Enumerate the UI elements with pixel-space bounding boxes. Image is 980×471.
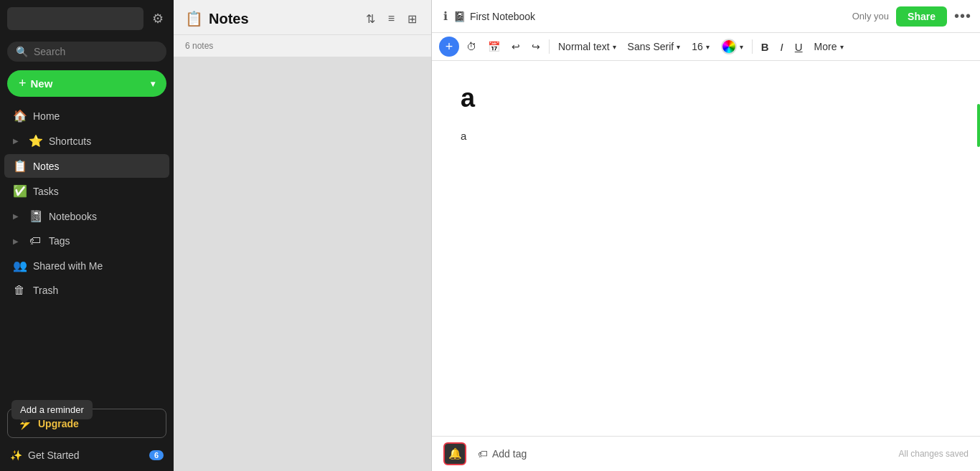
- undo-button[interactable]: ↩: [507, 38, 524, 55]
- italic-button[interactable]: I: [776, 38, 788, 56]
- font-label: Sans Serif: [628, 41, 674, 52]
- get-started-row[interactable]: ✨ Get Started 6: [0, 444, 174, 471]
- notes-list-toolbar: ⇅ ≡ ⊞: [363, 11, 420, 27]
- clock-icon: ⏱: [466, 41, 476, 52]
- trash-icon: 🗑: [13, 284, 26, 297]
- account-button[interactable]: [7, 7, 143, 30]
- notebooks-icon: 📓: [29, 209, 42, 223]
- chevron-right-icon: ▶: [13, 212, 19, 220]
- sidebar-item-label: Notebooks: [49, 211, 97, 222]
- underline-icon: U: [795, 41, 803, 53]
- reminder-button[interactable]: 🔔: [443, 442, 466, 465]
- search-bar[interactable]: 🔍 Search: [7, 42, 166, 62]
- add-tag-label: Add tag: [492, 448, 527, 460]
- sidebar-item-shortcuts[interactable]: ▶ ⭐ Shortcuts: [4, 129, 169, 153]
- sidebar-item-label: Shared with Me: [33, 260, 103, 272]
- notebook-icon: 📓: [453, 11, 466, 22]
- underline-button[interactable]: U: [791, 38, 807, 56]
- shared-icon: 👥: [13, 259, 26, 272]
- editor-info-button[interactable]: ℹ: [440, 6, 451, 26]
- plus-icon: +: [19, 76, 27, 91]
- settings-button[interactable]: ⚙: [149, 8, 166, 29]
- search-label: Search: [34, 46, 65, 57]
- chevron-down-icon: ▾: [740, 43, 743, 51]
- info-icon: ℹ: [443, 10, 448, 22]
- sidebar-item-trash[interactable]: 🗑 Trash: [4, 279, 169, 302]
- notes-title-icon: 📋: [185, 10, 203, 27]
- sidebar-item-label: Trash: [33, 285, 58, 296]
- sidebar-item-label: Tasks: [33, 186, 59, 197]
- sidebar-item-label: Notes: [33, 161, 60, 172]
- notes-list-title: 📋 Notes: [185, 10, 363, 27]
- sidebar-item-home[interactable]: 🏠 Home: [4, 104, 169, 128]
- notes-list-scroll[interactable]: [174, 57, 431, 471]
- sort-button[interactable]: ⇅: [363, 11, 378, 27]
- tag-icon: 🏷: [478, 448, 488, 460]
- scroll-indicator: [977, 104, 980, 147]
- editor-top-right: Only you Share •••: [852, 6, 971, 27]
- sidebar-top: ⚙: [0, 0, 174, 37]
- bold-button[interactable]: B: [757, 38, 773, 56]
- filter-button[interactable]: ≡: [385, 11, 397, 27]
- share-button[interactable]: Share: [896, 6, 947, 27]
- sidebar-item-tasks[interactable]: ✅ Tasks: [4, 179, 169, 203]
- sidebar-item-notes[interactable]: 📋 Notes: [4, 154, 169, 178]
- sidebar-nav: 🏠 Home ▶ ⭐ Shortcuts 📋 Notes ✅ Tasks ▶ 📓…: [0, 104, 174, 302]
- sidebar-item-label: Home: [33, 110, 60, 122]
- bell-icon: 🔔: [448, 447, 462, 460]
- italic-icon: I: [781, 41, 783, 53]
- sidebar-item-tags[interactable]: ▶ 🏷 Tags: [4, 229, 169, 252]
- chevron-down-icon: ▾: [613, 43, 616, 51]
- editor-notebook-name: 📓 First Notebook: [451, 11, 852, 22]
- all-changes-saved-text: All changes saved: [899, 449, 969, 459]
- get-started-label: Get Started: [28, 449, 80, 461]
- get-started-icon: ✨: [10, 449, 22, 461]
- note-body: a: [461, 128, 951, 145]
- editor-top-bar: ℹ 📓 First Notebook Only you Share •••: [432, 0, 980, 33]
- chevron-down-icon: ▾: [151, 79, 155, 89]
- new-button-label: New: [31, 77, 53, 90]
- add-content-button[interactable]: +: [439, 37, 459, 57]
- notes-panel-title: Notes: [209, 11, 249, 27]
- add-reminder-tooltip: Add a reminder: [11, 400, 93, 419]
- editor-toolbar: + ⏱ 📅 ↩ ↪ Normal text ▾ Sans Serif ▾ 16 …: [432, 33, 980, 61]
- sidebar-item-label: Tags: [49, 235, 70, 247]
- calendar-icon: 📅: [488, 41, 500, 52]
- clock-button[interactable]: ⏱: [462, 38, 481, 55]
- editor-content[interactable]: a a: [432, 61, 980, 436]
- sidebar-item-notebooks[interactable]: ▶ 📓 Notebooks: [4, 204, 169, 228]
- notes-icon: 📋: [13, 159, 26, 173]
- editor-bottom-bar: Add a reminder 🔔 🏷 Add tag All changes s…: [432, 436, 980, 471]
- text-style-label: Normal text: [558, 41, 610, 52]
- home-icon: 🏠: [13, 109, 26, 123]
- notes-count: 6 notes: [174, 35, 431, 57]
- search-icon: 🔍: [16, 46, 28, 57]
- chevron-right-icon: ▶: [13, 137, 19, 145]
- sidebar-item-shared-with-me[interactable]: 👥 Shared with Me: [4, 254, 169, 277]
- view-toggle-button[interactable]: ⊞: [405, 11, 420, 27]
- add-tag-button[interactable]: 🏷 Add tag: [472, 445, 532, 462]
- chevron-right-icon: ▶: [13, 237, 19, 245]
- toolbar-divider: [752, 39, 753, 54]
- notes-list-header: 📋 Notes ⇅ ≡ ⊞: [174, 0, 431, 35]
- redo-button[interactable]: ↪: [527, 38, 545, 55]
- note-title: a: [461, 82, 951, 113]
- notes-list-panel: 📋 Notes ⇅ ≡ ⊞ 6 notes: [174, 0, 432, 471]
- color-button[interactable]: ▾: [717, 36, 748, 57]
- text-style-button[interactable]: Normal text ▾: [554, 38, 621, 55]
- get-started-badge: 6: [149, 450, 164, 460]
- tags-icon: 🏷: [29, 234, 42, 247]
- more-label: More: [814, 41, 837, 52]
- redo-icon: ↪: [532, 41, 540, 52]
- new-button[interactable]: + New ▾: [7, 70, 166, 97]
- plus-icon: +: [446, 39, 453, 54]
- font-size-button[interactable]: 16 ▾: [687, 38, 714, 55]
- more-options-button[interactable]: •••: [954, 8, 971, 24]
- font-button[interactable]: Sans Serif ▾: [623, 38, 685, 55]
- undo-icon: ↩: [512, 41, 520, 52]
- more-formatting-button[interactable]: More ▾: [810, 38, 848, 55]
- sidebar-item-label: Shortcuts: [49, 135, 91, 147]
- color-circle-icon: [721, 39, 737, 54]
- calendar-button[interactable]: 📅: [484, 38, 504, 55]
- toolbar-divider: [549, 39, 550, 54]
